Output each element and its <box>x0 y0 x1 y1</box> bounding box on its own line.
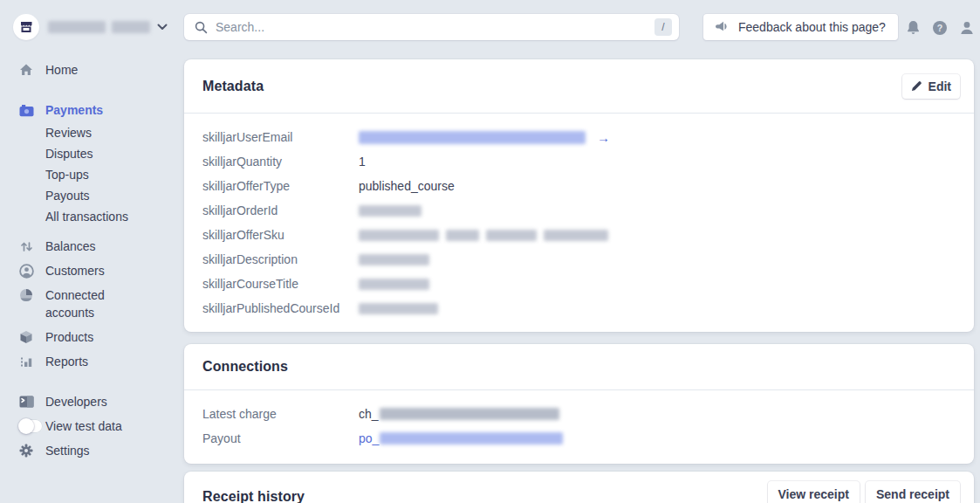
metadata-title: Metadata <box>202 79 264 94</box>
metadata-row: skilljarOfferType published_course <box>202 174 956 198</box>
payments-icon <box>18 102 34 118</box>
user-icon[interactable] <box>958 19 976 37</box>
view-receipt-button[interactable]: View receipt <box>768 481 860 503</box>
redacted-value <box>359 205 421 217</box>
sidebar-item-connected-accounts[interactable]: Connected accounts <box>0 286 184 321</box>
feedback-label: Feedback about this page? <box>738 20 886 34</box>
sidebar-item-payouts[interactable]: Payouts <box>0 187 184 204</box>
topbar: / Feedback about this page? ? <box>0 0 980 54</box>
sidebar-item-label: Home <box>45 63 78 77</box>
payout-row: Payout po_ <box>202 426 956 451</box>
sidebar-item-settings[interactable]: Settings <box>0 442 184 459</box>
sidebar-item-label: Payments <box>45 103 103 117</box>
sidebar-item-home[interactable]: Home <box>0 61 184 79</box>
edit-metadata-button[interactable]: Edit <box>902 74 960 99</box>
send-receipt-button[interactable]: Send receipt <box>866 481 960 503</box>
search-bar[interactable]: / <box>184 14 679 40</box>
storefront-icon <box>13 14 39 40</box>
account-name-redacted <box>48 21 150 33</box>
chevron-down-icon <box>157 24 168 31</box>
svg-text:?: ? <box>937 23 942 33</box>
redacted-value <box>380 432 563 444</box>
metadata-row: skilljarPublishedCourseId <box>202 296 956 320</box>
metadata-row: skilljarOrderId <box>202 198 956 223</box>
sidebar-nav: Home Payments Reviews Disputes Top-ups P… <box>0 54 184 459</box>
latest-charge-row: Latest charge ch_ <box>202 402 956 426</box>
receipt-history-title: Receipt history <box>202 489 305 503</box>
connected-accounts-icon <box>18 287 34 303</box>
arrow-right-icon[interactable]: → <box>597 130 610 145</box>
sidebar-item-reviews[interactable]: Reviews <box>0 124 184 141</box>
sidebar-item-all-transactions[interactable]: All transactions <box>0 208 184 225</box>
metadata-row: skilljarUserEmail → <box>202 125 956 149</box>
sidebar-item-balances[interactable]: Balances <box>0 238 184 255</box>
sidebar-item-products[interactable]: Products <box>0 328 184 346</box>
sidebar-item-disputes[interactable]: Disputes <box>0 145 184 162</box>
sidebar-item-payments[interactable]: Payments <box>0 101 184 119</box>
developers-icon <box>18 394 34 410</box>
metadata-row: skilljarQuantity 1 <box>202 149 956 174</box>
customers-icon <box>18 263 34 279</box>
sidebar-item-topups[interactable]: Top-ups <box>0 166 184 183</box>
reports-icon <box>18 354 34 369</box>
redacted-value <box>359 230 608 241</box>
search-icon <box>195 21 208 34</box>
sidebar-item-reports[interactable]: Reports <box>0 353 184 370</box>
products-icon <box>18 329 34 345</box>
payout-link[interactable]: po_ <box>359 431 563 445</box>
pencil-icon <box>911 80 922 92</box>
account-switcher[interactable] <box>13 14 168 40</box>
test-data-toggle[interactable] <box>18 418 43 434</box>
redacted-value <box>359 303 438 314</box>
settings-icon <box>18 443 34 458</box>
redacted-value <box>359 279 429 290</box>
connections-rows: Latest charge ch_ Payout po_ <box>184 390 974 451</box>
redacted-value <box>380 408 559 420</box>
bell-icon[interactable] <box>904 19 922 37</box>
metadata-card-header: Metadata Edit <box>184 59 974 114</box>
stripe-dashboard: / Feedback about this page? ? Home <box>0 0 980 503</box>
sidebar-item-developers[interactable]: Developers <box>0 393 184 410</box>
megaphone-icon <box>716 21 730 33</box>
search-input[interactable] <box>216 20 654 34</box>
connections-card-header: Connections <box>184 344 974 390</box>
help-icon[interactable]: ? <box>931 19 949 37</box>
balances-icon <box>18 238 34 254</box>
metadata-row: skilljarCourseTitle <box>202 272 956 296</box>
metadata-row: skilljarDescription <box>202 247 956 272</box>
redacted-value <box>359 131 586 144</box>
home-icon <box>18 62 34 78</box>
metadata-rows: skilljarUserEmail → skilljarQuantity 1 s… <box>184 114 974 320</box>
feedback-button[interactable]: Feedback about this page? <box>703 14 898 40</box>
metadata-row: skilljarOfferSku <box>202 223 956 247</box>
metadata-card: Metadata Edit skilljarUserEmail → skillj… <box>184 59 974 332</box>
connections-card: Connections Latest charge ch_ Payout po_ <box>184 344 974 464</box>
sidebar-item-view-test-data[interactable]: View test data <box>0 417 184 435</box>
sidebar-item-customers[interactable]: Customers <box>0 262 184 279</box>
search-shortcut-key: / <box>654 18 672 36</box>
receipt-history-card: Receipt history View receipt Send receip… <box>184 472 974 503</box>
connections-title: Connections <box>202 359 288 375</box>
redacted-value <box>359 254 429 265</box>
